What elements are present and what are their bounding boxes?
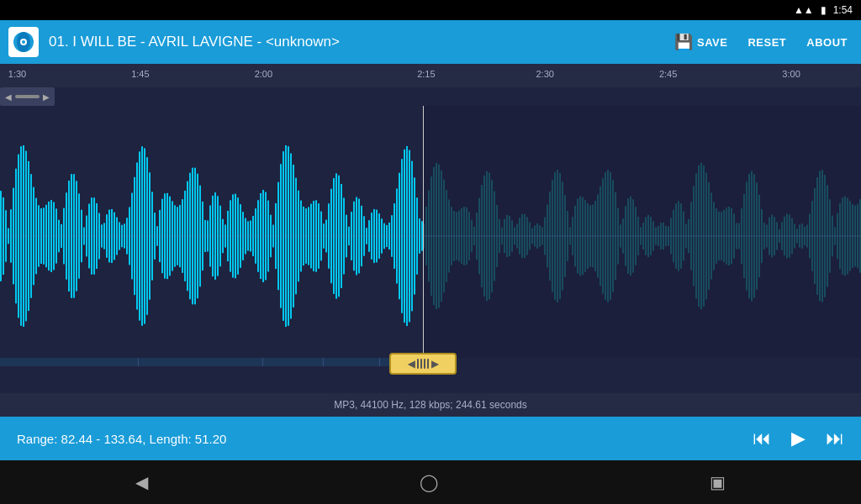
range-info: Range: 82.44 - 133.64, Length: 51.20 [17, 432, 753, 446]
wifi-icon: ▲▲ [794, 4, 814, 16]
file-info: MP3, 44100 Hz, 128 kbps; 244.61 seconds [0, 393, 861, 417]
save-button[interactable]: 💾 SAVE [669, 29, 733, 55]
cut-handle-lines [417, 359, 429, 369]
play-button[interactable]: ▶ [791, 428, 806, 449]
app-icon [8, 27, 39, 57]
cut-right-arrow: ▶ [431, 359, 438, 370]
about-button[interactable]: ABOUT [801, 33, 853, 52]
time-marker-4: 2:15 [417, 69, 435, 79]
back-button[interactable]: ◀ [135, 472, 148, 492]
timeline-ruler: 1:30 1:45 2:00 2:15 2:30 2:45 3:00 [0, 64, 861, 87]
time-marker-6: 2:45 [659, 69, 677, 79]
cut-line [423, 106, 424, 366]
scroll-right-arrow: ▶ [43, 92, 50, 102]
waveform-canvas [0, 106, 861, 358]
playback-controls: ⏮ ▶ ⏭ [753, 428, 844, 449]
cut-handle[interactable]: ◀ ▶ [389, 353, 457, 375]
reset-button[interactable]: RESET [742, 33, 791, 52]
status-time: 1:54 [833, 4, 853, 16]
battery-icon: ▮ [821, 4, 827, 16]
scroll-bar [15, 95, 40, 98]
controls-bar: Range: 82.44 - 133.64, Length: 51.20 ⏮ ▶… [0, 417, 861, 460]
time-marker-2: 1:45 [131, 69, 149, 79]
track-title: 01. I WILL BE - AVRIL LAVIGNE - <unknown… [49, 34, 659, 50]
toolbar: 01. I WILL BE - AVRIL LAVIGNE - <unknown… [0, 20, 861, 64]
time-marker-7: 3:00 [782, 69, 800, 79]
scroll-left-arrow: ◀ [5, 92, 12, 102]
svg-point-3 [22, 40, 25, 44]
recents-button[interactable]: ▣ [710, 472, 726, 492]
home-button[interactable]: ◯ [420, 472, 438, 492]
time-marker-5: 2:30 [536, 69, 553, 79]
time-marker-3: 2:00 [255, 69, 272, 79]
scroll-handle[interactable]: ◀ ▶ [0, 87, 55, 106]
waveform-container[interactable]: 1:30 1:45 2:00 2:15 2:30 2:45 3:00 ◀ ▶ ◀… [0, 64, 861, 417]
fast-forward-button[interactable]: ⏭ [826, 428, 844, 449]
save-icon: 💾 [674, 33, 694, 51]
time-marker-1: 1:30 [8, 69, 26, 79]
status-bar: ▲▲ ▮ 1:54 [0, 0, 861, 20]
nav-bar: ◀ ◯ ▣ [0, 460, 861, 504]
rewind-button[interactable]: ⏮ [753, 428, 771, 449]
cut-left-arrow: ◀ [408, 359, 415, 370]
